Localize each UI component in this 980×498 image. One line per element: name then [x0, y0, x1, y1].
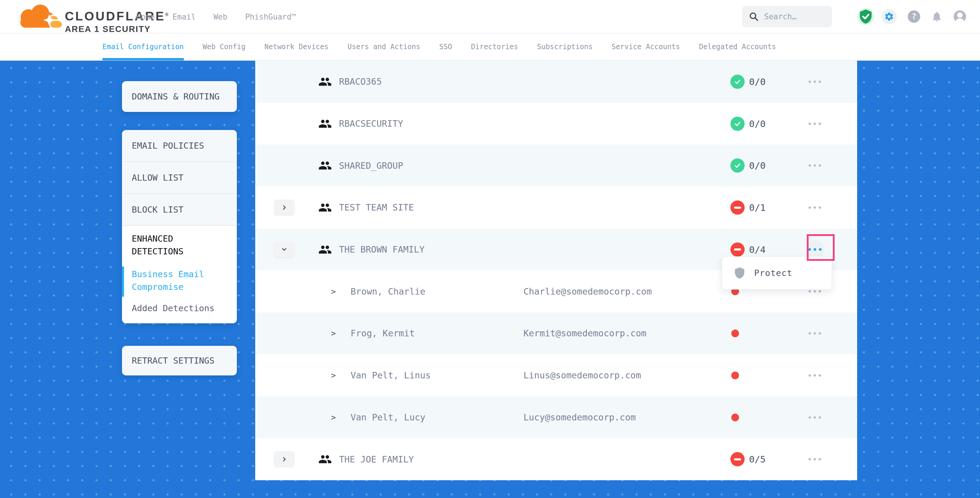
- chevron-down-icon: [281, 246, 287, 252]
- group-name: RBACSECURITY: [339, 103, 403, 145]
- sidebar-item-business-email-compromise[interactable]: Business EmailCompromise: [132, 268, 228, 293]
- tab-web-config[interactable]: Web Config: [203, 33, 246, 60]
- protected-count: 0/0: [749, 145, 766, 186]
- row-menu-button[interactable]: [805, 408, 824, 427]
- member-email: Lucy@somedemocorp.com: [523, 396, 636, 439]
- group-name: SHARED_GROUP: [339, 145, 403, 186]
- sidebar-policies-card: EMAIL POLICIESALLOW LISTBLOCK LIST ENHAN…: [122, 130, 237, 323]
- row-menu-button[interactable]: [805, 72, 824, 91]
- status-blocked-dot: [731, 372, 739, 379]
- enhanced-detections-section: ENHANCEDDETECTIONS Business EmailComprom…: [122, 226, 237, 323]
- sidebar-item-email-policies[interactable]: EMAIL POLICIES: [122, 130, 237, 162]
- status-ok-badge: [730, 158, 745, 173]
- tab-subscriptions[interactable]: Subscriptions: [537, 33, 593, 60]
- status-ok-badge: [730, 75, 745, 89]
- status-blocked-badge: [730, 242, 745, 257]
- group-icon: [318, 452, 332, 466]
- sidebar-label: RETRACT SETTINGS: [132, 356, 214, 366]
- shield-icon: [734, 267, 745, 279]
- group-icon: [318, 117, 332, 130]
- table-row-member: >Van Pelt, LinusLinus@somedemocorp.com: [255, 355, 857, 396]
- member-name: Brown, Charlie: [350, 270, 425, 312]
- chevron-right-icon: [281, 205, 287, 210]
- minus-icon: [734, 458, 741, 460]
- member-email: Kermit@somedemocorp.com: [523, 312, 646, 355]
- status-ok-badge: [730, 117, 745, 131]
- row-menu-button[interactable]: [805, 114, 824, 133]
- table-row-group: THE JOE FAMILY0/5: [255, 438, 857, 480]
- tab-users-and-actions[interactable]: Users and Actions: [348, 33, 420, 60]
- account-button[interactable]: [954, 10, 966, 23]
- active-item-indicator: [122, 266, 124, 297]
- protect-menu-item[interactable]: Protect: [754, 268, 792, 278]
- group-icon: [318, 75, 332, 89]
- protected-count: 0/5: [749, 438, 766, 480]
- expand-button[interactable]: [274, 451, 294, 467]
- sidebar-item-added-detections[interactable]: Added Detections: [132, 303, 228, 313]
- notifications-button[interactable]: [930, 10, 943, 23]
- settings-button[interactable]: [881, 9, 897, 24]
- row-menu-button[interactable]: [805, 198, 824, 217]
- search-icon: [749, 11, 759, 22]
- table-row-group: RBACSECURITY0/0: [255, 103, 857, 145]
- status-blocked-badge: [730, 452, 745, 466]
- group-name: RBACO365: [339, 61, 382, 103]
- tab-delegated-accounts[interactable]: Delegated Accounts: [699, 33, 776, 60]
- section-tabs: Email ConfigurationWeb ConfigNetwork Dev…: [0, 33, 980, 61]
- sidebar-item-enhanced-detections[interactable]: ENHANCEDDETECTIONS: [132, 232, 228, 258]
- minus-icon: [734, 248, 741, 250]
- shield-check-icon: [858, 8, 874, 25]
- member-caret-icon[interactable]: >: [331, 396, 336, 439]
- tab-sso[interactable]: SSO: [439, 33, 452, 60]
- search-placeholder: Search…: [764, 12, 797, 21]
- group-icon: [318, 159, 332, 172]
- search-input[interactable]: Search…: [742, 6, 832, 27]
- status-blocked-dot: [731, 329, 739, 337]
- row-menu-button[interactable]: [805, 156, 824, 175]
- account-icon: [957, 13, 963, 18]
- primary-nav: HomeEmailWebPhishGuard™: [136, 0, 296, 33]
- row-menu-button[interactable]: [805, 366, 824, 385]
- primary-nav-home[interactable]: Home: [136, 13, 155, 21]
- sidebar-label: DOMAINS & ROUTING: [132, 91, 220, 102]
- cloudflare-cloud-icon: [16, 2, 63, 31]
- sidebar-item-retract-settings[interactable]: RETRACT SETTINGS: [122, 346, 237, 375]
- tab-network-devices[interactable]: Network Devices: [264, 33, 329, 60]
- table-row-member: >Van Pelt, LucyLucy@somedemocorp.com: [255, 396, 857, 439]
- sidebar-item-domains-routing[interactable]: DOMAINS & ROUTING: [122, 81, 237, 112]
- group-name: THE BROWN FAMILY: [339, 229, 425, 270]
- member-name: Van Pelt, Lucy: [350, 396, 425, 439]
- collapse-button[interactable]: [274, 242, 294, 257]
- table-row-group: RBACO3650/0: [255, 61, 857, 103]
- row-menu-button[interactable]: [805, 450, 824, 469]
- protection-status-icon[interactable]: [858, 8, 874, 25]
- group-icon: [318, 243, 332, 256]
- table-row-member: >Frog, KermitKermit@somedemocorp.com: [255, 312, 857, 355]
- tab-service-accounts[interactable]: Service Accounts: [612, 33, 680, 60]
- sidebar-item-block-list[interactable]: BLOCK LIST: [122, 194, 237, 226]
- group-name: THE JOE FAMILY: [339, 438, 414, 480]
- member-caret-icon[interactable]: >: [331, 312, 336, 355]
- sidebar-item-allow-list[interactable]: ALLOW LIST: [122, 162, 237, 194]
- tab-directories[interactable]: Directories: [471, 33, 518, 60]
- row-menu-button[interactable]: [805, 324, 824, 343]
- tab-email-configuration[interactable]: Email Configuration: [102, 33, 184, 60]
- primary-nav-phishguard[interactable]: PhishGuard™: [245, 13, 296, 21]
- member-email: Linus@somedemocorp.com: [523, 355, 641, 396]
- help-button[interactable]: ?: [908, 10, 920, 23]
- primary-nav-web[interactable]: Web: [213, 13, 228, 21]
- protected-count: 0/0: [749, 61, 766, 103]
- question-mark: ?: [912, 12, 916, 21]
- minus-icon: [734, 207, 741, 209]
- member-caret-icon[interactable]: >: [331, 355, 336, 396]
- table-row-group: SHARED_GROUP0/0: [255, 145, 857, 186]
- protected-count: 0/0: [749, 103, 766, 145]
- group-name: TEST TEAM SITE: [339, 186, 414, 229]
- primary-nav-email[interactable]: Email: [173, 13, 196, 21]
- annotation-highlight: [807, 234, 835, 261]
- check-icon: [733, 162, 741, 169]
- member-caret-icon[interactable]: >: [331, 270, 336, 312]
- top-header: CLOUDFLARE® AREA 1 SECURITY HomeEmailWeb…: [0, 0, 980, 33]
- expand-button[interactable]: [274, 200, 294, 215]
- status-blocked-badge: [730, 200, 745, 215]
